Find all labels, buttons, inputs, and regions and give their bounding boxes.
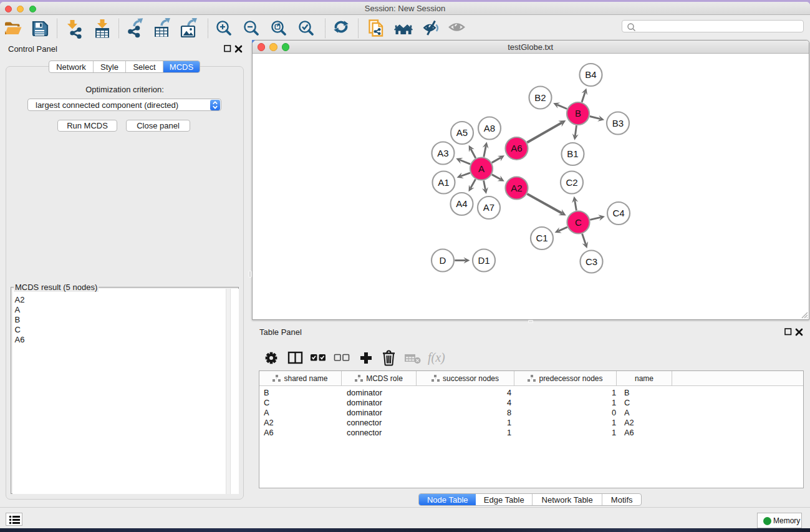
svg-text:A3: A3 [437,148,448,158]
svg-text:B4: B4 [585,69,596,80]
svg-text:C4: C4 [612,208,624,218]
svg-text:C2: C2 [566,177,577,188]
svg-text:C: C [575,217,582,228]
svg-text:A5: A5 [456,127,468,138]
svg-text:A1: A1 [438,177,449,188]
svg-text:A4: A4 [456,198,467,209]
svg-text:D: D [440,255,446,266]
svg-text:B2: B2 [534,92,546,103]
svg-text:C1: C1 [536,233,547,243]
svg-text:B3: B3 [612,118,624,128]
svg-text:A6: A6 [511,143,522,153]
svg-text:A: A [478,163,485,174]
svg-text:A2: A2 [511,183,522,193]
svg-text:A8: A8 [484,123,495,133]
svg-text:B1: B1 [567,148,578,159]
svg-text:B: B [575,108,581,118]
svg-text:C3: C3 [586,256,597,267]
svg-text:D1: D1 [478,255,489,266]
svg-text:A7: A7 [483,202,494,213]
